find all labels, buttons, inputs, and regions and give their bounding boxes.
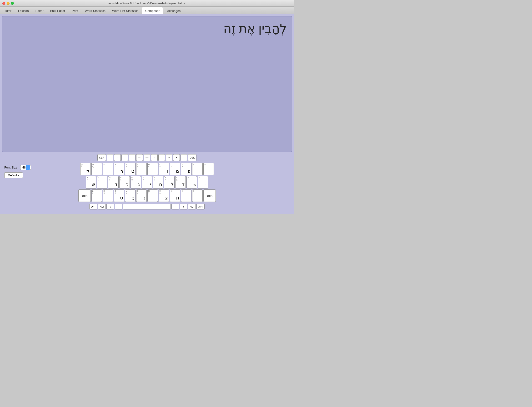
- key-z[interactable]: ZЯ: [91, 189, 102, 202]
- tab-bulk-editor[interactable]: Bulk Editor: [47, 7, 69, 14]
- key-period[interactable]: Ю: [181, 189, 191, 202]
- punct-colon[interactable]: :: [107, 154, 113, 161]
- key-e[interactable]: EУ: [103, 163, 113, 175]
- key-s[interactable]: SЫ: [97, 176, 107, 188]
- shift-left-button[interactable]: Shift: [78, 189, 91, 202]
- key-w[interactable]: WЦ: [91, 163, 102, 175]
- key-u[interactable]: UГ: [147, 163, 158, 175]
- key-b[interactable]: BИ נ: [136, 189, 147, 202]
- window-title: FoundationStone 6.1.0 – /Users/ /Downloa…: [107, 2, 186, 5]
- defaults-button[interactable]: Defaults: [4, 172, 23, 178]
- punct-dot-dot-bullet[interactable]: ∙∙•: [166, 154, 172, 161]
- key-r[interactable]: RК ר: [114, 163, 124, 175]
- key-semicolon[interactable]: Ж פּ: [186, 176, 197, 188]
- key-comma[interactable]: Б ת: [170, 189, 180, 202]
- punct-bullet[interactable]: •: [173, 154, 180, 161]
- key-v[interactable]: VМ כּ: [125, 189, 135, 202]
- shift-right-button[interactable]: Shift: [203, 189, 216, 202]
- keyboard-row-3: Shift ZЯ XЧ CС ס VМ כּ: [78, 189, 216, 202]
- del-button[interactable]: DEL: [188, 154, 197, 161]
- key-f[interactable]: FА כ: [119, 176, 130, 188]
- close-button[interactable]: [2, 2, 5, 5]
- punct-3dot[interactable]: ⁚: [121, 154, 128, 161]
- key-bracket-left[interactable]: Х: [192, 163, 203, 175]
- right-arrow-button[interactable]: →: [171, 204, 179, 210]
- tab-messages[interactable]: Messages: [163, 7, 184, 14]
- punct-single-dot[interactable]: ∙: [181, 154, 187, 161]
- punct-ratio[interactable]: ∶: [158, 154, 165, 161]
- key-j[interactable]: JО ח: [153, 176, 163, 188]
- key-h[interactable]: HР י: [142, 176, 152, 188]
- key-d[interactable]: DВ ד: [108, 176, 119, 188]
- key-g[interactable]: GП ג: [130, 176, 141, 188]
- spacebar[interactable]: [123, 204, 171, 210]
- keyboard-row-2: AФ ש SЫ DВ ד FА כ: [86, 176, 208, 188]
- maximize-button[interactable]: [11, 2, 14, 5]
- key-i[interactable]: IШ ו: [159, 163, 169, 175]
- key-x[interactable]: XЧ: [103, 189, 113, 202]
- tab-word-list-statistics[interactable]: Word List Statistics: [109, 7, 142, 14]
- toolbar-row: CLR : ∙∙ ⁚ ∷ —: — ∶∙ ∶ ∙∙• • ∙ DEL: [97, 154, 197, 161]
- tab-lexicon[interactable]: Lexicon: [15, 7, 32, 14]
- key-y[interactable]: YН: [136, 163, 147, 175]
- tab-tutor[interactable]: Tutor: [1, 7, 15, 14]
- punct-2dot[interactable]: ∙∙: [114, 154, 121, 161]
- key-n[interactable]: NТ: [147, 189, 158, 202]
- tab-composer[interactable]: Composer: [142, 7, 163, 14]
- font-size-select-wrapper: 12 18 24 36 48 60 72: [20, 165, 31, 170]
- alt-right-button[interactable]: ALT: [188, 204, 196, 210]
- key-o[interactable]: OЩ מ: [170, 163, 180, 175]
- minimize-button[interactable]: [7, 2, 9, 5]
- clr-button[interactable]: CLR: [97, 154, 106, 161]
- key-t[interactable]: TЕ ט: [125, 163, 135, 175]
- key-quote[interactable]: Э ׳: [198, 176, 208, 188]
- key-slash[interactable]: Е: [192, 189, 203, 202]
- key-m[interactable]: MЬ צ: [159, 189, 169, 202]
- tab-editor[interactable]: Editor: [32, 7, 47, 14]
- font-size-control: Font Size: 12 18 24 36 48 60 72: [4, 165, 31, 170]
- tab-bar: Tutor Lexicon Editor Bulk Editor Print W…: [0, 7, 294, 14]
- key-bracket-right[interactable]: Ъ: [203, 163, 214, 175]
- font-size-select[interactable]: 12 18 24 36 48 60 72: [20, 165, 31, 170]
- key-k[interactable]: KЛ ל: [164, 176, 175, 188]
- controls-wrapper: Font Size: 12 18 24 36 48 60 72 Defau: [2, 152, 292, 212]
- keyboard-row-1: QЙ ק WЦ EУ RК ר: [80, 163, 214, 175]
- key-q[interactable]: QЙ ק: [80, 163, 91, 175]
- opt-left-button[interactable]: OPT: [89, 204, 98, 210]
- alt-left-button[interactable]: ALT: [98, 204, 106, 210]
- key-p[interactable]: PЗ פ: [181, 163, 191, 175]
- keyboard-section: CLR : ∙∙ ⁚ ∷ —: — ∶∙ ∶ ∙∙• • ∙ DEL: [2, 154, 292, 210]
- opt-right-button[interactable]: OPT: [197, 204, 205, 210]
- bottom-nav-row: OPT ALT ↓ ← → ↑ ALT OPT: [89, 204, 205, 210]
- key-a[interactable]: AФ ש: [86, 176, 96, 188]
- punct-dash-colon[interactable]: —:: [136, 154, 143, 161]
- title-bar: FoundationStone 6.1.0 – /Users/ /Downloa…: [0, 0, 294, 7]
- key-l[interactable]: LД ד: [175, 176, 186, 188]
- tab-print[interactable]: Print: [69, 7, 82, 14]
- punct-ratio-dot[interactable]: ∶∙: [151, 154, 158, 161]
- tab-word-statistics[interactable]: Word Statistics: [81, 7, 109, 14]
- traffic-lights: [2, 2, 14, 5]
- font-size-label: Font Size:: [4, 166, 18, 169]
- punct-dash[interactable]: —: [143, 154, 150, 161]
- hebrew-text-display: לְהָבִין אֶת זֶה: [223, 21, 287, 35]
- down-arrow-button[interactable]: ↓: [106, 204, 114, 210]
- left-arrow-button[interactable]: ←: [115, 204, 122, 210]
- up-arrow-button[interactable]: ↑: [180, 204, 187, 210]
- punct-2dot-b[interactable]: ∷: [129, 154, 135, 161]
- composer-area[interactable]: לְהָבִין אֶת זֶה: [2, 16, 292, 152]
- main-content: לְהָבִין אֶת זֶה Font Size: 12 18 24 36 …: [0, 14, 294, 214]
- key-c[interactable]: CС ס: [114, 189, 124, 202]
